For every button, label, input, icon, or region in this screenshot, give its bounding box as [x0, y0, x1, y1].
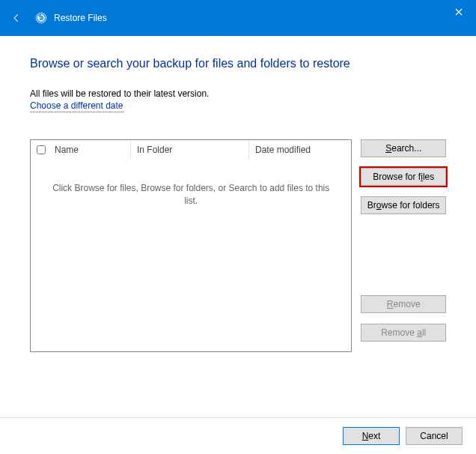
page-heading: Browse or search your backup for files a…	[30, 57, 446, 70]
list-header: Name In Folder Date modified	[31, 140, 351, 160]
column-folder[interactable]: In Folder	[131, 140, 249, 160]
window-title: Restore Files	[54, 13, 107, 23]
list-empty-text: Click Browse for files, Browse for folde…	[31, 160, 351, 230]
remove-button: Remove	[361, 295, 446, 313]
choose-date-link[interactable]: Choose a different date	[30, 100, 123, 112]
browse-folders-button[interactable]: Browse for folders	[361, 196, 446, 214]
select-all-checkbox[interactable]	[31, 145, 52, 154]
select-all-input[interactable]	[37, 145, 46, 154]
side-buttons: Search... Browse for files Browse for fo…	[361, 139, 446, 352]
next-button[interactable]: Next	[343, 427, 400, 445]
column-date[interactable]: Date modified	[249, 140, 351, 160]
column-name[interactable]: Name	[52, 140, 131, 160]
browse-files-button[interactable]: Browse for files	[361, 168, 446, 186]
cancel-button[interactable]: Cancel	[406, 427, 463, 445]
close-icon[interactable]	[448, 3, 470, 21]
restore-version-text: All files will be restored to their late…	[30, 88, 446, 99]
restore-files-icon	[34, 11, 48, 25]
titlebar: Restore Files	[0, 0, 476, 36]
file-list: Name In Folder Date modified Click Brows…	[30, 139, 352, 352]
back-arrow-icon[interactable]	[6, 7, 27, 28]
svg-point-0	[36, 13, 46, 23]
remove-all-button: Remove all	[361, 324, 446, 342]
footer: Next Cancel	[0, 417, 476, 454]
search-button[interactable]: Search...	[361, 139, 446, 157]
main-area: Name In Folder Date modified Click Brows…	[30, 139, 446, 352]
content-area: Browse or search your backup for files a…	[0, 36, 476, 360]
